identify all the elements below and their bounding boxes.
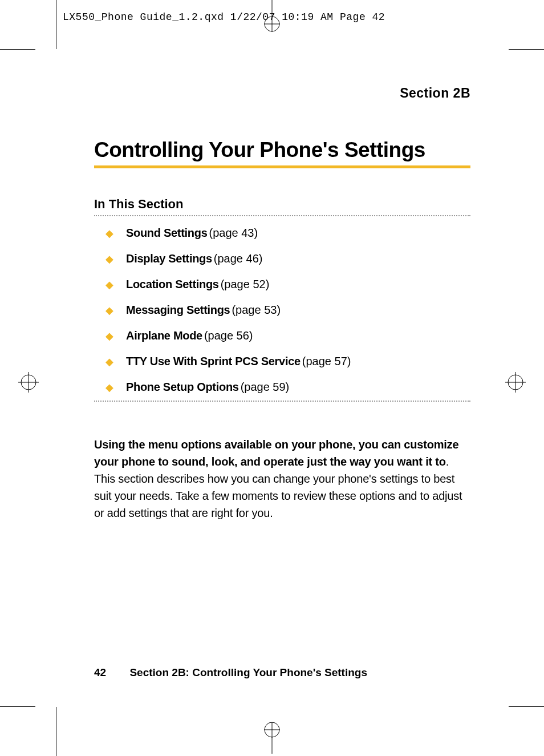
crop-mark-vert-bottom xyxy=(56,707,56,756)
title-underline xyxy=(94,165,470,168)
toc-label: Airplane Mode xyxy=(126,329,202,342)
toc-label: Sound Settings xyxy=(126,227,207,239)
diamond-bullet-icon: ◆ xyxy=(105,382,113,393)
toc-label: Phone Setup Options xyxy=(126,381,239,393)
diamond-bullet-icon: ◆ xyxy=(105,254,113,264)
toc-label: Messaging Settings xyxy=(126,304,230,316)
toc-label: Display Settings xyxy=(126,252,212,265)
registration-mark-right xyxy=(504,371,527,396)
toc-item: ◆ TTY Use With Sprint PCS Service(page 5… xyxy=(105,355,470,368)
diamond-bullet-icon: ◆ xyxy=(105,305,113,316)
print-header: LX550_Phone Guide_1.2.qxd 1/22/07 10:19 … xyxy=(63,11,385,23)
intro-paragraph: Using the menu options available on your… xyxy=(94,436,470,521)
crop-mark-vert-top xyxy=(56,0,56,49)
diamond-bullet-icon: ◆ xyxy=(105,331,113,341)
section-label: Section 2B xyxy=(94,86,470,101)
toc-page-ref: (page 59) xyxy=(241,381,290,393)
toc-page-ref: (page 53) xyxy=(232,304,281,316)
diamond-bullet-icon: ◆ xyxy=(105,228,113,238)
toc-item: ◆ Display Settings(page 46) xyxy=(105,252,470,265)
subsection-heading: In This Section xyxy=(94,197,470,212)
toc-page-ref: (page 46) xyxy=(214,252,263,265)
intro-lead: Using the menu options available on your… xyxy=(94,438,458,468)
crop-mark-right-bottom xyxy=(509,706,544,707)
toc-list: ◆ Sound Settings(page 43) ◆ Display Sett… xyxy=(94,227,470,394)
dotted-divider-bottom xyxy=(94,401,470,402)
toc-page-ref: (page 43) xyxy=(209,227,258,239)
toc-page-ref: (page 52) xyxy=(221,278,270,290)
crop-mark-left-bottom xyxy=(0,706,35,707)
toc-label: Location Settings xyxy=(126,278,219,290)
toc-item: ◆ Location Settings(page 52) xyxy=(105,278,470,291)
toc-item: ◆ Messaging Settings(page 53) xyxy=(105,304,470,317)
page-title: Controlling Your Phone's Settings xyxy=(94,138,470,162)
diamond-bullet-icon: ◆ xyxy=(105,357,113,367)
dotted-divider-top xyxy=(94,215,470,216)
toc-page-ref: (page 56) xyxy=(204,329,253,342)
toc-item: ◆ Phone Setup Options(page 59) xyxy=(105,381,470,394)
crop-mark-bottom xyxy=(261,719,283,756)
toc-page-ref: (page 57) xyxy=(302,355,351,367)
toc-label: TTY Use With Sprint PCS Service xyxy=(126,355,301,367)
toc-item: ◆ Airplane Mode(page 56) xyxy=(105,329,470,342)
registration-mark-left xyxy=(17,371,40,396)
toc-item: ◆ Sound Settings(page 43) xyxy=(105,227,470,240)
crop-mark-right-top xyxy=(509,49,544,50)
page-number: 42 xyxy=(94,666,106,678)
page-footer: 42 Section 2B: Controlling Your Phone's … xyxy=(94,666,367,679)
crop-mark-top xyxy=(261,0,283,34)
page-body: Section 2B Controlling Your Phone's Sett… xyxy=(94,86,470,521)
diamond-bullet-icon: ◆ xyxy=(105,280,113,290)
crop-mark-left-top xyxy=(0,49,35,50)
footer-section-title: Section 2B: Controlling Your Phone's Set… xyxy=(129,666,367,678)
